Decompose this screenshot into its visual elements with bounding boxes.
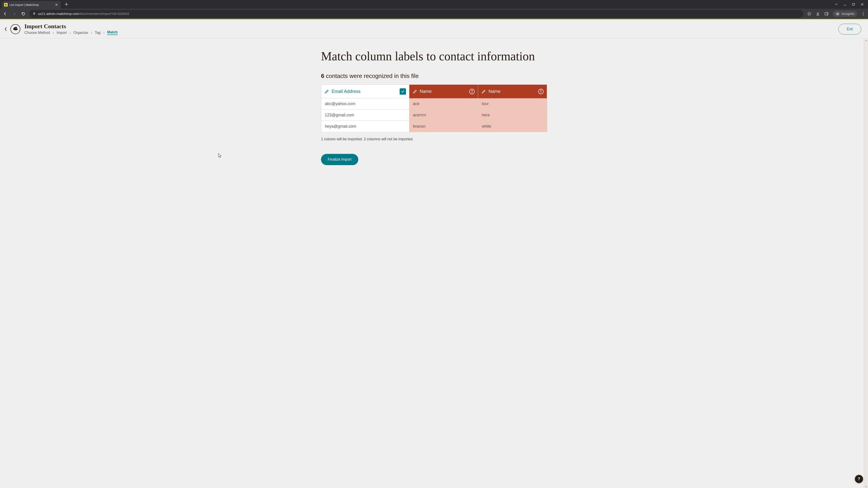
browser-tab[interactable]: List Import | Mailchimp <box>2 1 61 8</box>
svg-rect-3 <box>33 13 35 14</box>
column-label: Name <box>420 89 467 94</box>
mailchimp-favicon <box>4 3 8 6</box>
crumb-match[interactable]: Match <box>107 30 118 35</box>
alert-icon: ! <box>469 89 475 94</box>
bookmark-star-icon[interactable] <box>807 11 812 16</box>
svg-rect-2 <box>852 3 855 5</box>
svg-point-9 <box>863 13 864 14</box>
cell-email: abc@yahoo.com <box>321 98 409 109</box>
crumb-tag[interactable]: Tag <box>95 31 101 35</box>
pencil-icon[interactable] <box>481 89 486 94</box>
close-tab-icon[interactable] <box>55 3 58 6</box>
crumb-choose-method[interactable]: Choose Method <box>24 31 50 35</box>
svg-point-7 <box>838 13 839 14</box>
recognized-count-text: 6 contacts were recognized in this file <box>321 72 547 79</box>
lock-icon <box>33 12 36 16</box>
breadcrumb: Choose Method › Import › Organize › Tag … <box>24 30 118 35</box>
app-header: Import Contacts Choose Method › Import ›… <box>0 20 868 38</box>
scroll-up-icon[interactable] <box>865 39 868 42</box>
incognito-label: Incognito <box>842 12 855 15</box>
column-header-name-1[interactable]: Name ! <box>409 85 478 98</box>
svg-point-10 <box>863 14 864 15</box>
svg-rect-5 <box>827 12 828 15</box>
toolbar-right: Incognito <box>807 10 866 17</box>
close-window-icon[interactable] <box>860 2 864 6</box>
recognized-suffix: contacts were recognized in this file <box>324 72 418 79</box>
browser-tabstrip: List Import | Mailchimp <box>0 0 868 8</box>
column-match-table: Email Address Name ! <box>321 85 547 132</box>
browser-addressbar: us21.admin.mailchimp.com/lists/members/i… <box>0 8 868 19</box>
url-text: us21.admin.mailchimp.com/lists/members/i… <box>38 12 129 15</box>
check-icon <box>400 88 406 95</box>
finalize-import-button[interactable]: Finalize Import <box>321 154 358 165</box>
tabs-dropdown-icon[interactable] <box>835 2 838 6</box>
content-scroll-area: Match column labels to contact informati… <box>0 38 868 488</box>
cell-name2: tour <box>478 98 547 109</box>
exit-button[interactable]: Exit <box>838 24 861 35</box>
incognito-icon <box>835 11 840 16</box>
incognito-badge[interactable]: Incognito <box>833 10 857 17</box>
column-header-email[interactable]: Email Address <box>321 85 409 98</box>
recognized-count-value: 6 <box>321 72 324 79</box>
column-header-name-2[interactable]: Name ! <box>478 85 547 98</box>
reload-icon[interactable] <box>20 11 26 17</box>
svg-point-8 <box>863 12 864 13</box>
cell-name1: acerrrrr <box>409 109 478 121</box>
column-label: Name <box>489 89 536 94</box>
chevron-right-icon: › <box>103 31 104 35</box>
header-back-icon[interactable] <box>2 26 9 33</box>
chevron-right-icon: › <box>53 31 54 35</box>
cell-name1: ace <box>409 98 478 109</box>
chevron-right-icon: › <box>91 31 92 35</box>
alert-icon: ! <box>538 89 544 94</box>
svg-point-0 <box>5 4 6 5</box>
page-title: Import Contacts <box>24 23 118 30</box>
cell-name1: branon <box>409 121 478 132</box>
url-field[interactable]: us21.admin.mailchimp.com/lists/members/i… <box>29 10 803 18</box>
new-tab-button[interactable] <box>63 1 70 7</box>
chevron-right-icon: › <box>70 31 71 35</box>
pencil-icon[interactable] <box>324 89 329 94</box>
scroll-down-icon[interactable] <box>865 485 868 488</box>
table-row: heya@gmail.com branon white <box>321 121 547 132</box>
crumb-import[interactable]: Import <box>57 31 67 35</box>
maximize-icon[interactable] <box>852 2 855 6</box>
cell-email: heya@gmail.com <box>321 121 409 132</box>
nav-back-icon[interactable] <box>2 11 8 17</box>
window-controls <box>835 2 866 6</box>
column-label: Email Address <box>332 89 397 94</box>
nav-forward-icon[interactable] <box>11 11 17 17</box>
downloads-icon[interactable] <box>815 11 820 16</box>
content: Match column labels to contact informati… <box>321 38 547 174</box>
svg-point-1 <box>6 4 7 5</box>
table-row: 123@gmail.com acerrrrr here <box>321 109 547 121</box>
cell-name2: white <box>478 121 547 132</box>
chrome-menu-icon[interactable] <box>861 11 866 16</box>
svg-point-6 <box>837 13 837 14</box>
minimize-icon[interactable] <box>843 2 847 6</box>
side-panel-icon[interactable] <box>824 11 829 16</box>
cell-name2: here <box>478 109 547 121</box>
mouse-cursor-icon <box>218 153 222 158</box>
tab-title: List Import | Mailchimp <box>9 3 55 6</box>
mailchimp-logo-icon[interactable] <box>10 24 20 34</box>
pencil-icon[interactable] <box>412 89 417 94</box>
import-summary-text: 1 column will be imported. 2 columns wil… <box>321 137 547 141</box>
crumb-organize[interactable]: Organize <box>73 31 88 35</box>
cell-email: 123@gmail.com <box>321 109 409 121</box>
table-row: abc@yahoo.com ace tour <box>321 98 547 109</box>
vertical-scrollbar[interactable] <box>864 38 868 488</box>
help-button[interactable]: ? <box>855 475 863 483</box>
page-heading: Match column labels to contact informati… <box>321 50 547 63</box>
